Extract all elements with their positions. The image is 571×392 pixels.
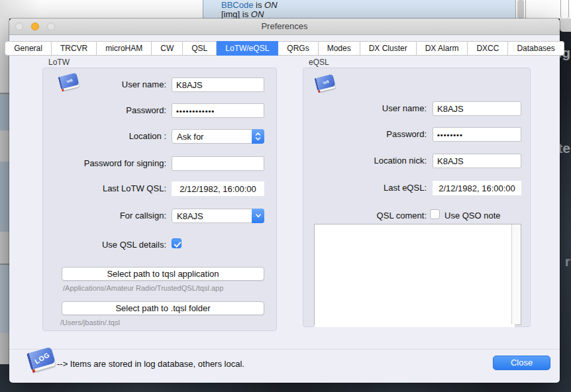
tqsl-folder-path: /Users/jbastin/.tqsl [60,318,120,326]
last-eqsl-label: Last eQSL: [384,183,427,193]
use-qso-note-label: Use QSO note [444,211,501,220]
background-scrollbar[interactable] [515,0,526,19]
tqsl-app-path: /Applications/Amateur Radio/TrustedQSL/t… [63,284,223,292]
forum-line-img: [img] is ON [221,9,264,19]
select-tqsl-app-button[interactable]: Select path to tqsl application [62,267,264,281]
lotw-group-label: LoTW [48,58,70,67]
log-book-icon: log [314,74,336,93]
img-tag-text: [img] [221,9,240,19]
signing-password-label: Password for signing: [84,158,166,168]
lotw-user-name-input[interactable] [172,77,264,92]
window-title: Preferences [9,21,560,31]
tab-microham[interactable]: microHAM [97,41,152,56]
wallpaper-text-fragment: te [558,140,570,156]
user-name-label: User name: [122,79,166,89]
lotw-location-dropdown[interactable]: Ask for [172,129,264,144]
popup-updown-arrows-icon [252,129,264,144]
use-qso-note-checkbox[interactable] [430,209,440,219]
tab-dxcc[interactable]: DXCC [468,41,508,56]
footer-note: --> Items are stored in log database, ot… [57,359,244,369]
log-book-icon: log [58,72,79,91]
signing-password-input[interactable] [172,156,264,171]
qsl-comment-text[interactable] [315,224,515,327]
tab-general[interactable]: General [5,41,52,56]
eqsl-user-name-input[interactable] [433,101,521,116]
title-bar[interactable]: Preferences [9,19,560,35]
tab-dx-cluster[interactable]: DX Cluster [360,41,417,56]
background-scrollbar-right[interactable] [560,0,569,19]
log-book-icon: LOG [26,346,56,373]
footer-divider [9,349,560,350]
eqsl-group: eQSL log User name: Password: Location n… [303,68,531,327]
lotw-group: LoTW log User name: Password: Location :… [42,68,277,331]
tab-qsl[interactable]: QSL [183,41,217,56]
scrollbar-thumb[interactable] [517,0,524,19]
lotw-password-input[interactable] [172,103,264,118]
last-eqsl-value[interactable] [433,181,521,195]
tab-qrgs[interactable]: QRGs [278,41,318,56]
tab-cw[interactable]: CW [152,41,183,56]
use-qsl-details-checkbox[interactable] [172,238,182,248]
preferences-tab-bar: General TRCVR microHAM CW QSL LoTW/eQSL … [9,41,560,56]
last-lotw-qsl-value[interactable] [172,181,264,196]
bbcode-link[interactable]: BBCode [221,0,253,10]
select-tqsl-folder-button[interactable]: Select path to .tqsl folder [62,301,264,315]
password-label: Password: [386,129,427,139]
location-nick-label: Location nick: [374,156,427,166]
wallpaper-text-fragment: r [565,254,570,270]
qsl-comment-label: QSL coment: [377,211,427,220]
tab-databases[interactable]: Databases [508,41,564,56]
eqsl-password-input[interactable] [433,127,521,142]
qsl-comment-textarea[interactable] [314,224,521,325]
for-callsign-combobox[interactable]: K8AJS [172,209,264,223]
close-button[interactable]: Close [493,356,550,370]
tab-modes[interactable]: Modes [319,41,360,56]
password-label: Password: [126,105,166,115]
background-window-top: BBCode is ON [img] is ON [0,0,571,19]
textarea-scrollbar[interactable] [511,224,521,324]
use-qsl-details-label: Use QSL details: [102,240,166,250]
tab-dx-alarm[interactable]: DX Alarm [417,41,468,56]
tab-lotw-eqsl[interactable]: LoTW/eQSL [217,41,278,56]
lotw-location-value: Ask for [177,132,203,142]
background-window-corner [560,19,571,32]
user-name-label: User name: [382,103,427,113]
chevron-down-icon [252,209,264,223]
background-shade [0,0,40,19]
for-callsign-value: K8AJS [177,211,203,221]
forum-post-panel: BBCode is ON [img] is ON [203,0,516,19]
preferences-window: Preferences General TRCVR microHAM CW QS… [9,19,560,383]
forum-line-bbcode: BBCode is ON [221,0,278,10]
last-lotw-qsl-label: Last LoTW QSL: [103,183,166,193]
location-label: Location : [129,131,166,141]
for-callsign-label: For callsign: [120,211,166,220]
screen: ng te r BBCode is ON [img] is ON [0,0,571,392]
tab-trcvr[interactable]: TRCVR [52,41,97,56]
location-nick-input[interactable] [433,154,521,168]
eqsl-group-label: eQSL [309,58,329,67]
